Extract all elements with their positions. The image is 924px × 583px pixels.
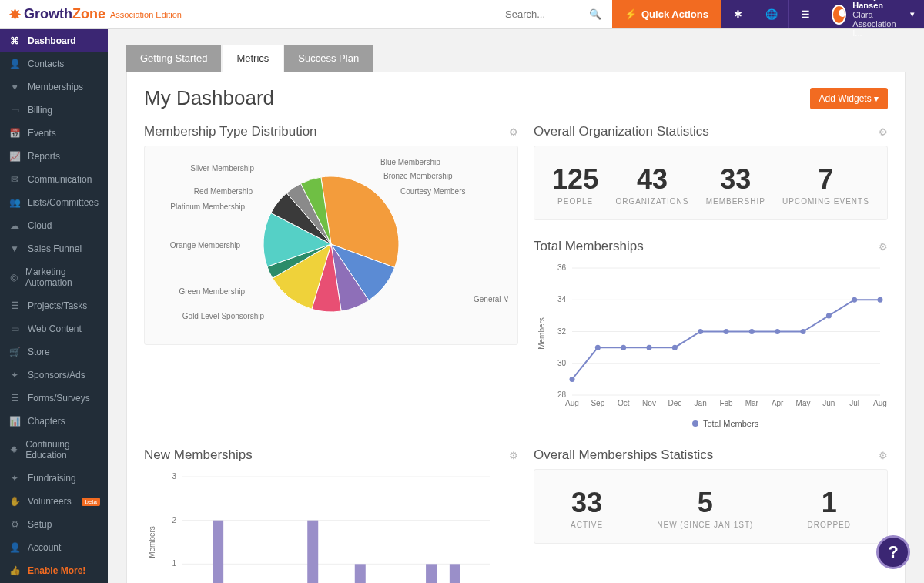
nav-icon: ⌘ (8, 35, 22, 46)
stat: 33ACTIVE (571, 487, 603, 529)
svg-text:1: 1 (172, 559, 176, 568)
user-menu[interactable]: Nancy Hansen Clara Association - I... ▾ (822, 0, 924, 28)
nav-icon: 📅 (8, 128, 22, 139)
logo[interactable]: ✸ GrowthZone Association Edition (0, 0, 494, 28)
sidebar-item-memberships[interactable]: ♥Memberships (0, 75, 108, 99)
gear-icon[interactable]: ⚙ (509, 450, 518, 461)
sidebar: ⌘Dashboard👤Contacts♥Memberships▭Billing📅… (0, 29, 108, 583)
globe-icon[interactable]: 🌐 (755, 0, 788, 28)
svg-point-34 (595, 345, 601, 350)
svg-text:Members: Members (537, 317, 546, 350)
svg-text:3: 3 (172, 472, 176, 481)
sidebar-item-dashboard[interactable]: ⌘Dashboard (0, 29, 108, 52)
sidebar-item-continuing-education[interactable]: ✸Continuing Education (0, 433, 108, 467)
nav-icon: ◎ (8, 272, 19, 283)
sidebar-item-fundraising[interactable]: ✦Fundraising (0, 467, 108, 490)
tab-success-plan[interactable]: Success Plan (284, 45, 373, 72)
sidebar-item-reports[interactable]: 📈Reports (0, 145, 108, 168)
stat-label: ORGANIZATIONS (615, 197, 688, 206)
svg-point-45 (878, 297, 883, 303)
tab-metrics[interactable]: Metrics (223, 45, 283, 72)
widget-membership-stats: Overall Memberships Statistics ⚙ 33ACTIV… (534, 447, 888, 583)
nav-icon: 📈 (8, 151, 22, 162)
sidebar-item-account[interactable]: 👤Account (0, 536, 108, 559)
sidebar-item-lists-committees[interactable]: 👥Lists/Committees (0, 191, 108, 214)
page-title: My Dashboard (144, 86, 274, 110)
svg-point-42 (801, 329, 806, 334)
svg-point-33 (570, 377, 575, 382)
sidebar-item-volunteers[interactable]: ✋Volunteersbeta (0, 490, 108, 513)
avatar (832, 5, 846, 25)
sidebar-item-events[interactable]: 📅Events (0, 122, 108, 145)
header: ✸ GrowthZone Association Edition 🔍 ⚡ Qui… (0, 0, 924, 29)
sidebar-item-enable-more-[interactable]: 👍Enable More! (0, 559, 108, 582)
nav-icon: ▭ (8, 323, 22, 334)
sidebar-item-cloud[interactable]: ☁Cloud (0, 214, 108, 237)
sidebar-item-label: Volunteers (28, 496, 72, 507)
connect-icon[interactable]: ✱ (721, 0, 755, 28)
sidebar-item-label: Sales Funnel (28, 243, 82, 254)
svg-text:Apr: Apr (772, 399, 784, 407)
sidebar-item-projects-tasks[interactable]: ☰Projects/Tasks (0, 294, 108, 317)
svg-text:Red Membership: Red Membership (194, 187, 253, 196)
stat-value: 7 (782, 163, 869, 196)
stat-label: MEMBERSHIP (706, 197, 765, 206)
stat-value: 5 (657, 487, 753, 519)
nav-icon: ✦ (8, 370, 22, 380)
svg-point-36 (647, 345, 652, 350)
help-button[interactable]: ? (876, 535, 910, 569)
nav-icon: ♥ (8, 82, 22, 92)
sidebar-item-label: Memberships (28, 82, 83, 92)
stat: 33MEMBERSHIP (706, 163, 765, 206)
sidebar-item-label: Marketing Automation (25, 266, 100, 288)
sidebar-item-label: Cloud (28, 220, 52, 231)
widget-org-stats: Overall Organization Statistics ⚙ 125PEO… (534, 124, 888, 220)
sidebar-item-contacts[interactable]: 👤Contacts (0, 52, 108, 75)
sidebar-item-label: Communication (28, 174, 92, 185)
chevron-down-icon: ▾ (874, 93, 879, 104)
svg-text:Nov: Nov (642, 399, 656, 407)
sidebar-item-label: Fundraising (28, 473, 76, 484)
nav-icon: 👤 (8, 59, 22, 69)
tab-getting-started[interactable]: Getting Started (126, 45, 221, 72)
svg-point-38 (698, 329, 703, 334)
svg-text:Orange Membership: Orange Membership (170, 241, 241, 250)
sidebar-item-billing[interactable]: ▭Billing (0, 99, 108, 122)
sidebar-item-sales-funnel[interactable]: ▼Sales Funnel (0, 237, 108, 260)
gear-icon[interactable]: ⚙ (509, 126, 518, 138)
gear-icon[interactable]: ⚙ (879, 450, 888, 461)
tasks-icon[interactable]: ☰ (788, 0, 822, 28)
svg-text:May: May (796, 399, 811, 407)
stat-value: 43 (615, 163, 688, 196)
svg-text:Feb: Feb (719, 399, 733, 407)
sidebar-item-label: Contacts (28, 59, 64, 69)
quick-actions-button[interactable]: ⚡ Quick Actions (612, 0, 721, 28)
sidebar-item-communication[interactable]: ✉Communication (0, 168, 108, 191)
sidebar-item-forms-surveys[interactable]: ☰Forms/Surveys (0, 387, 108, 410)
add-widgets-button[interactable]: Add Widgets ▾ (810, 88, 888, 109)
svg-text:Aug: Aug (565, 399, 579, 407)
svg-text:34: 34 (557, 295, 567, 303)
sidebar-item-web-content[interactable]: ▭Web Content (0, 317, 108, 340)
svg-rect-64 (307, 521, 318, 583)
widget-membership-type: Membership Type Distribution ⚙ General M… (144, 124, 518, 432)
sidebar-item-label: Events (28, 128, 56, 139)
sidebar-item-marketing-automation[interactable]: ◎Marketing Automation (0, 260, 108, 294)
gear-icon[interactable]: ⚙ (879, 241, 888, 253)
search-input[interactable] (505, 8, 589, 20)
sidebar-item-store[interactable]: 🛒Store (0, 340, 108, 364)
page: My Dashboard Add Widgets ▾ Membership Ty… (126, 72, 906, 583)
search-icon[interactable]: 🔍 (589, 8, 601, 20)
sidebar-item-chapters[interactable]: 📊Chapters (0, 410, 108, 433)
sidebar-item-sponsors-ads[interactable]: ✦Sponsors/Ads (0, 364, 108, 387)
nav-icon: ☰ (8, 393, 22, 404)
card-title: Overall Organization Statistics (534, 124, 709, 139)
user-org: Clara Association - I... (852, 10, 910, 38)
gear-icon[interactable]: ⚙ (879, 126, 888, 138)
search-box[interactable]: 🔍 (494, 0, 612, 28)
stat-label: UPCOMING EVENTS (782, 197, 869, 206)
svg-point-39 (724, 329, 729, 334)
sidebar-item-label: Sponsors/Ads (28, 370, 85, 380)
sidebar-item-setup[interactable]: ⚙Setup (0, 513, 108, 536)
svg-text:36: 36 (557, 263, 567, 272)
